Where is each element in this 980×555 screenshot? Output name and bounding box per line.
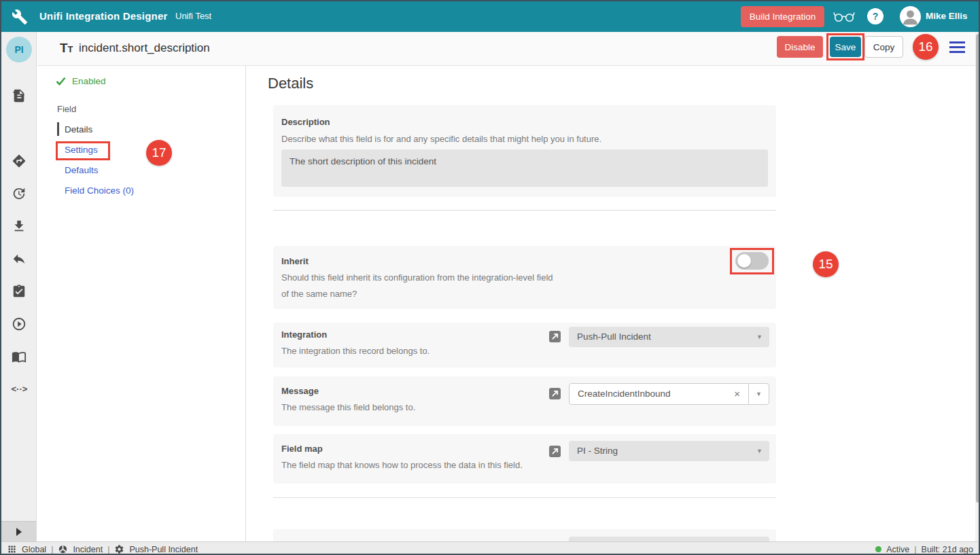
wrench-icon (12, 9, 28, 25)
annotation-circle-16: 16 (913, 34, 939, 60)
status-right: Active | Built: 21d ago (875, 542, 973, 555)
message-value: CreateIncidentInbound (578, 384, 671, 404)
active-status-dot (875, 546, 881, 552)
field-map-help: The field map that knows how to process … (281, 460, 523, 470)
nav-item-details[interactable]: Details (65, 124, 92, 135)
clear-icon[interactable]: × (734, 384, 740, 404)
section-divider (273, 497, 776, 498)
message-help: The message this field belongs to. (281, 402, 415, 412)
inherit-label: Inherit (281, 256, 309, 266)
built-label: Built: 21d ago (922, 545, 973, 554)
inherit-field-card: Inherit Should this field inherit its co… (273, 246, 776, 309)
inherit-help-line2: of the same name? (281, 289, 357, 299)
reference-link-icon[interactable] (549, 388, 561, 399)
description-field-card: Description Describe what this field is … (273, 105, 776, 197)
update-history-icon[interactable] (12, 186, 27, 201)
gear-icon (114, 544, 124, 554)
integration-field-card: Integration The integration this record … (273, 323, 776, 368)
message-combobox[interactable]: CreateIncidentInbound × ▼ (569, 383, 769, 405)
chevron-down-icon: ▼ (756, 327, 763, 347)
directions-icon[interactable] (12, 154, 27, 168)
status-bar: Global | Incident | Push-Pull Incident A… (1, 541, 979, 555)
scrollbar-track[interactable] (975, 32, 980, 541)
user-avatar[interactable] (900, 6, 921, 27)
nav-panel: Enabled Field Details Settings Defaults … (37, 66, 246, 541)
integration-help: The integration this record belongs to. (281, 346, 430, 356)
workspace-selector[interactable]: Unifi Test (175, 11, 211, 21)
annotation-circle-15: 15 (813, 251, 839, 277)
field-map-select[interactable]: PI - String ▼ (569, 441, 769, 461)
person-icon (900, 6, 921, 27)
annotation-box-settings (56, 141, 110, 160)
app-header: Unifi Integration Designer Unifi Test Bu… (1, 1, 979, 32)
partial-select[interactable] (569, 537, 769, 541)
integration-select[interactable]: Push-Pull Incident ▼ (569, 327, 769, 347)
scrollbar-thumb[interactable] (976, 34, 980, 503)
disable-button[interactable]: Disable (777, 36, 823, 58)
icon-sidebar: TT <··> (1, 32, 37, 541)
description-help: Describe what this field is for and any … (281, 134, 601, 144)
menu-icon[interactable] (949, 41, 965, 54)
chevron-down-icon: ▼ (756, 441, 763, 461)
annotation-box-toggle (730, 248, 774, 274)
app-title: Unifi Integration Designer (39, 10, 168, 22)
help-icon[interactable]: ? (867, 8, 883, 24)
user-name[interactable]: Mike Ellis (926, 11, 968, 21)
message-field-card: Message The message this field belongs t… (273, 376, 776, 426)
annotation-circle-17: 17 (146, 140, 172, 166)
download-icon[interactable] (12, 219, 27, 234)
field-map-label: Field map (281, 444, 323, 454)
grid-icon (7, 544, 17, 554)
nav-item-field-choices[interactable]: Field Choices (0) (65, 185, 134, 196)
code-icon[interactable]: <··> (12, 384, 27, 399)
section-divider (273, 210, 776, 211)
field-map-card: Field map The field map that knows how t… (273, 434, 776, 484)
inherit-help-line1: Should this field inherit its configurat… (281, 272, 553, 283)
enabled-status: Enabled (56, 76, 106, 86)
record-title: incident.short_description (79, 41, 210, 55)
chevron-down-icon[interactable]: ▼ (748, 384, 769, 404)
enabled-label: Enabled (72, 76, 106, 86)
text-field-type-icon: TT (60, 41, 73, 56)
message-label: Message (281, 386, 319, 396)
integration-label[interactable]: Push-Pull Incident (129, 545, 198, 554)
partial-next-card (273, 529, 776, 541)
preview-glasses-icon[interactable] (833, 10, 855, 23)
integration-label: Integration (281, 329, 327, 340)
page-title: Details (268, 75, 313, 92)
play-circle-icon[interactable] (12, 317, 27, 332)
reference-link-icon[interactable] (549, 331, 561, 342)
nav-section-label: Field (57, 104, 76, 114)
expand-arrow-icon (16, 528, 22, 536)
table-label[interactable]: Incident (73, 545, 103, 554)
reply-undo-icon[interactable] (12, 251, 27, 266)
copy-button[interactable]: Copy (864, 36, 903, 58)
check-icon (56, 77, 66, 86)
description-textarea[interactable]: The short description of this incident (281, 149, 768, 187)
scope-label[interactable]: Global (22, 545, 46, 554)
incident-wheel-icon (58, 544, 68, 554)
status-breadcrumb: Global | Incident | Push-Pull Incident (7, 542, 198, 555)
sidebar-collapse-button[interactable] (1, 521, 37, 541)
main-content: Details Description Describe what this f… (246, 66, 975, 541)
field-text-icon[interactable]: TT (12, 90, 27, 105)
reference-link-icon[interactable] (549, 446, 561, 457)
active-label: Active (886, 545, 909, 554)
description-label: Description (281, 117, 330, 127)
nav-item-defaults[interactable]: Defaults (65, 165, 99, 175)
assignment-check-icon[interactable] (12, 284, 27, 299)
unifi-integration-designer-window: Unifi Integration Designer Unifi Test Bu… (0, 0, 980, 555)
build-integration-button[interactable]: Build Integration (741, 6, 824, 27)
pi-avatar[interactable]: PI (6, 37, 32, 62)
annotation-box-save (826, 33, 864, 60)
book-icon[interactable] (12, 349, 27, 364)
